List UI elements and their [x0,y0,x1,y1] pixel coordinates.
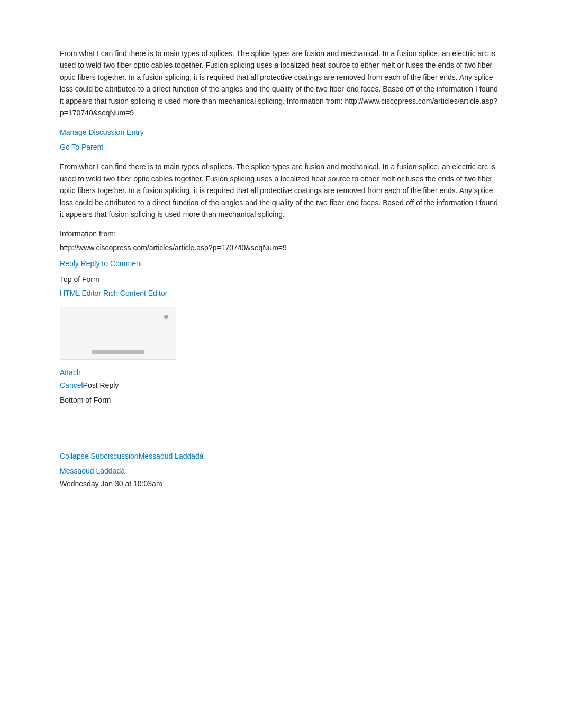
url-text: http://www.ciscopress.com/articles/artic… [60,243,502,252]
editor-links-container: HTML Editor Rich Content Editor [60,289,502,297]
cancel-post-container: CancelPost Reply [60,381,502,389]
reply-link[interactable]: Reply [60,259,79,268]
reply-links-container: Reply Reply to Comment [60,259,502,268]
messaoud-laddada-collapse-link[interactable]: Messaoud Laddada [139,452,204,460]
go-to-parent-link[interactable]: Go To Parent [60,143,502,151]
bottom-of-form-label: Bottom of Form [60,396,502,404]
collapse-section: Collapse SubdiscussionMessaoud Laddada [60,452,502,460]
collapse-subdiscussion-link[interactable]: Collapse Subdiscussion [60,452,139,460]
second-paragraph: From what I can find there is to main ty… [60,161,502,220]
information-from-label: Information from: [60,230,502,238]
first-paragraph: From what I can find there is to main ty… [60,48,502,119]
manage-discussion-entry-link[interactable]: Manage Discussion Entry [60,128,502,136]
rich-content-editor-link[interactable]: Rich Content Editor [103,289,167,297]
editor-area[interactable] [60,307,176,360]
editor-dot [164,315,168,319]
messaoud-laddada-link[interactable]: Messaoud Laddada [60,467,502,475]
html-editor-link[interactable]: HTML Editor [60,289,101,297]
top-of-form-label: Top of Form [60,275,502,284]
divider-space [60,431,502,452]
cancel-link[interactable]: Cancel [60,381,83,389]
date-label: Wednesday Jan 30 at 10:03am [60,479,502,488]
post-reply-text: Post Reply [83,381,119,389]
reply-to-comment-link[interactable]: Reply to Comment [81,259,142,268]
attach-link[interactable]: Attach [60,368,502,377]
editor-bar [92,350,144,354]
